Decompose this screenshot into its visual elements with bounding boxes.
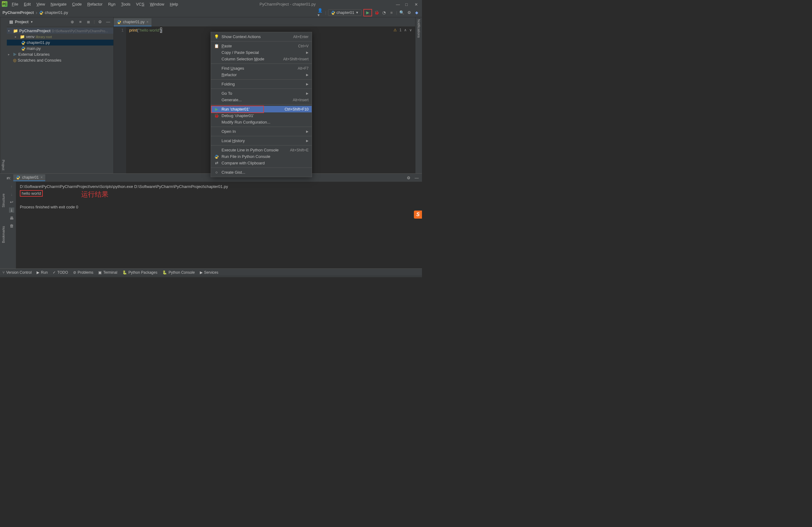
gear-icon[interactable]: ⚙ — [97, 19, 103, 25]
cm-goto[interactable]: Go To ▶ — [211, 90, 311, 96]
collapse-icon[interactable]: ≣ — [86, 19, 91, 25]
search-icon[interactable]: 🔍 — [399, 10, 405, 15]
editor-tab-chapter01[interactable]: chapter01.py × — [114, 18, 151, 26]
hide-icon[interactable]: — — [105, 19, 111, 25]
cm-copy-paste-special[interactable]: Copy / Paste Special ▶ — [211, 49, 311, 56]
expand-icon[interactable]: ≡ — [78, 19, 83, 25]
project-tool-tab[interactable]: Project — [2, 160, 5, 170]
todo-tab[interactable]: ✓TODO — [53, 270, 68, 275]
sogou-icon[interactable]: S — [414, 211, 422, 219]
cm-folding[interactable]: Folding ▶ — [211, 81, 311, 87]
menu-run[interactable]: Run — [107, 1, 117, 7]
breadcrumb-file[interactable]: chapter01.py — [39, 10, 68, 15]
menu-refactor[interactable]: Refactor — [86, 1, 104, 7]
gear-icon[interactable]: ⚙ — [406, 175, 411, 181]
down-icon[interactable]: ↓ — [11, 192, 13, 197]
close-icon[interactable]: ✕ — [415, 2, 418, 6]
python-console-tab[interactable]: 🐍Python Console — [162, 270, 195, 275]
cm-compare-clipboard[interactable]: ⇄ Compare with Clipboard — [211, 160, 311, 166]
problems-icon: ⊘ — [73, 270, 76, 275]
run-tab[interactable]: ▶Run — [37, 270, 48, 275]
cm-run-file-console[interactable]: Run File in Python Console — [211, 153, 311, 160]
run-config-selector[interactable]: chapter01 ▼ — [328, 9, 362, 16]
pkgs-label: Python Packages — [129, 270, 157, 275]
hide-icon[interactable]: — — [414, 175, 420, 181]
fold-open-icon[interactable]: ▾ — [8, 29, 12, 32]
scroll-end-icon[interactable]: ⤓ — [9, 208, 14, 213]
cm-generate[interactable]: Generate... Alt+Insert — [211, 96, 311, 103]
tree-file-chapter01[interactable]: chapter01.py — [7, 40, 113, 46]
menu-help[interactable]: Help — [169, 1, 179, 7]
breadcrumb-project[interactable]: PyCharmProject — [2, 10, 34, 15]
tree-scratches[interactable]: ◎ Scratches and Consoles — [7, 57, 113, 63]
cm-debug[interactable]: 🐞 Debug 'chapter01' — [211, 112, 311, 119]
trash-icon[interactable]: 🗑 — [10, 224, 14, 228]
terminal-tab[interactable]: ▣Terminal — [98, 270, 117, 275]
title-bar: PC File Edit View Navigate Code Refactor… — [0, 0, 422, 8]
fold-closed-icon[interactable]: ▸ — [15, 35, 18, 39]
menu-tools[interactable]: Tools — [120, 1, 132, 7]
settings-icon[interactable]: ⚙ — [406, 10, 412, 15]
close-tab-icon[interactable]: × — [146, 20, 148, 24]
python-packages-tab[interactable]: 🐍Python Packages — [122, 270, 157, 275]
project-panel: ▤ Project ▼ ⊕ ≡ ≣ | ⚙ — ▾ 📁 PyCharmProje… — [7, 17, 114, 174]
menu-file[interactable]: File — [11, 1, 19, 7]
tree-venv[interactable]: ▸ 📁 venv library root — [7, 34, 113, 40]
cm-run[interactable]: ▶ Run 'chapter01' Ctrl+Shift+F10 — [211, 106, 311, 112]
cm-column-selection[interactable]: Column Selection Mode Alt+Shift+Insert — [211, 56, 311, 62]
services-tab[interactable]: ▶Services — [200, 270, 218, 275]
target-icon[interactable]: ⊕ — [70, 19, 75, 25]
scratches-icon: ◎ — [13, 58, 16, 62]
print-icon[interactable]: 🖶 — [10, 216, 14, 221]
coverage-icon[interactable]: ◔ — [381, 10, 387, 15]
menu-code[interactable]: Code — [71, 1, 83, 7]
cm-execute-line[interactable]: Execute Line in Python Console Alt+Shift… — [211, 147, 311, 153]
chevron-right-icon: ▶ — [306, 130, 308, 133]
console-output[interactable]: D:\Software\PyCharm\PyCharmProject\venv\… — [16, 182, 422, 269]
chevron-right-icon: ▶ — [306, 92, 308, 95]
cm-label: Execute Line in Python Console — [221, 148, 288, 152]
prev-highlight-icon[interactable]: ∧ — [404, 28, 407, 32]
close-tab-icon[interactable]: × — [41, 175, 43, 180]
cm-separator — [211, 104, 311, 105]
soft-wrap-icon[interactable]: ↩ — [10, 200, 13, 205]
minimize-icon[interactable]: — — [396, 2, 400, 6]
problems-tab[interactable]: ⊘Problems — [73, 270, 93, 275]
editor-inspections[interactable]: ⚠ 1 ∧ ∨ — [393, 28, 412, 32]
tree-file-main[interactable]: main.py — [7, 46, 113, 51]
bookmarks-tab[interactable]: Bookmarks — [2, 226, 5, 243]
project-title[interactable]: ▤ Project ▼ — [9, 19, 33, 24]
user-icon[interactable]: 👤▾ — [318, 10, 323, 15]
notifications-tab[interactable]: Notifications — [417, 19, 421, 38]
menu-vcs[interactable]: VCS — [135, 1, 146, 7]
menu-edit[interactable]: Edit — [23, 1, 32, 7]
maximize-icon[interactable]: □ — [405, 2, 409, 6]
next-highlight-icon[interactable]: ∨ — [409, 28, 412, 32]
stop-icon[interactable]: ■ — [389, 10, 394, 15]
cm-show-context-actions[interactable]: 💡 Show Context Actions Alt+Enter — [211, 33, 311, 40]
debug-icon[interactable]: 🐞 — [374, 10, 379, 15]
tree-root[interactable]: ▾ 📁 PyCharmProject D:\Software\PyCharm\P… — [7, 28, 113, 34]
fold-closed-icon[interactable]: ▸ — [8, 52, 12, 56]
space-icon[interactable]: ◆ — [414, 10, 420, 15]
menu-window[interactable]: Window — [149, 1, 165, 7]
cm-find-usages[interactable]: Find Usages Alt+F7 — [211, 65, 311, 72]
cm-shortcut: Ctrl+Shift+F10 — [285, 107, 308, 111]
cm-local-history[interactable]: Local History ▶ — [211, 137, 311, 144]
menu-navigate[interactable]: Navigate — [49, 1, 68, 7]
cm-separator — [211, 89, 311, 89]
run-icon[interactable]: ▶ — [365, 10, 371, 15]
tree-external-libraries[interactable]: ▸ ⫸ External Libraries — [7, 51, 113, 57]
python-icon — [214, 154, 219, 159]
cm-paste[interactable]: 📋 Paste Ctrl+V — [211, 43, 311, 49]
menu-view[interactable]: View — [35, 1, 46, 7]
cm-create-gist[interactable]: ○ Create Gist... — [211, 169, 311, 176]
cm-open-in[interactable]: Open In ▶ — [211, 128, 311, 135]
cm-label: Find Usages — [221, 66, 295, 71]
vcs-tab[interactable]: ⑂Version Control — [2, 270, 32, 275]
cm-refactor[interactable]: Refactor ▶ — [211, 72, 311, 78]
structure-tab[interactable]: Structure — [2, 194, 5, 208]
up-icon[interactable]: ↑ — [11, 184, 13, 189]
cm-modify-run-config[interactable]: Modify Run Configuration... — [211, 119, 311, 125]
run-tab[interactable]: chapter01 × — [13, 174, 45, 181]
